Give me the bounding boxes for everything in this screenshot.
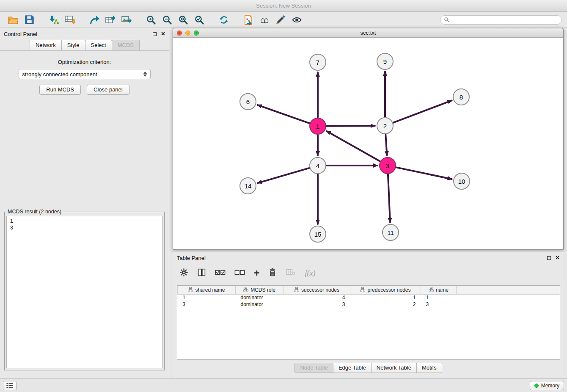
home-button[interactable]: ⌂⌂ (256, 13, 272, 27)
save-session-button[interactable] (21, 13, 37, 27)
table-row[interactable]: 3dominator323 (178, 301, 560, 308)
edge-3-to-11[interactable] (388, 174, 390, 222)
graph-node-9[interactable]: 9 (377, 53, 394, 70)
table-panel: Table Panel × (173, 252, 564, 377)
import-table-icon (64, 15, 75, 25)
criterion-select-value: strongly connected component (22, 71, 97, 77)
column-header-name[interactable]: name (421, 286, 457, 294)
eye-icon (292, 15, 302, 25)
network-canvas[interactable]: 7968124314101511 (173, 38, 563, 249)
zoom-in-button[interactable] (143, 13, 159, 27)
select-stepper-icon (143, 72, 147, 77)
task-history-button[interactable] (3, 381, 17, 390)
mcds-result-list[interactable]: 1 3 (6, 216, 162, 368)
control-panel-tabs: Network Style Select MCDS (0, 40, 169, 51)
tab-motifs[interactable]: Motifs (416, 363, 442, 373)
zoom-out-button[interactable] (159, 13, 175, 27)
delete-table-button[interactable] (286, 268, 296, 278)
criterion-select[interactable]: strongly connected component (19, 69, 151, 79)
paintbrush-icon (275, 15, 286, 25)
tab-style[interactable]: Style (61, 40, 85, 50)
edge-2-to-3[interactable] (385, 135, 387, 155)
table-row[interactable]: 1dominator411 (178, 294, 560, 301)
column-header-successor[interactable]: successor nodes (284, 286, 350, 294)
memory-status-icon (534, 384, 539, 388)
tab-select[interactable]: Select (85, 40, 112, 50)
control-panel: Control Panel × Network Style Select MCD… (0, 28, 169, 378)
graph-node-3[interactable]: 3 (379, 157, 396, 174)
function-builder-button[interactable]: f(x) (305, 269, 315, 278)
graph-node-1[interactable]: 1 (309, 118, 326, 135)
network-window-titlebar[interactable]: × − + scc.txt (173, 28, 563, 38)
tab-mcds[interactable]: MCDS (112, 40, 140, 50)
clipboard-import-button[interactable] (240, 13, 256, 27)
export-image-button[interactable] (118, 13, 135, 27)
edge-1-to-6[interactable] (258, 105, 310, 123)
import-network-button[interactable] (46, 13, 62, 27)
close-table-panel-icon[interactable]: × (556, 254, 559, 261)
graph-node-2[interactable]: 2 (377, 117, 394, 134)
table-settings-button[interactable] (179, 268, 188, 279)
cell-filler (457, 294, 560, 301)
control-panel-header: Control Panel × (0, 28, 169, 40)
cell-filler (457, 301, 560, 308)
deselect-all-rows-button[interactable] (234, 269, 245, 278)
edge-3-to-10[interactable] (396, 167, 452, 179)
column-header-mcds_role[interactable]: MCDS role (236, 286, 284, 294)
column-header-shared_name[interactable]: shared name (178, 286, 236, 294)
edge-layer (173, 38, 563, 249)
tab-edge-table[interactable]: Edge Table (333, 363, 372, 373)
graph-node-11[interactable]: 11 (382, 224, 399, 241)
tab-network-table[interactable]: Network Table (371, 363, 417, 373)
cell-shared_name: 1 (178, 294, 236, 301)
graph-node-6[interactable]: 6 (239, 93, 256, 110)
titlebar: Session: New Session (0, 0, 567, 12)
graph-node-15[interactable]: 15 (309, 226, 326, 243)
memory-button[interactable]: Memory (530, 381, 564, 390)
add-column-button[interactable]: + (254, 268, 259, 278)
mcds-result-line: 1 (10, 218, 159, 224)
graph-node-14[interactable]: 14 (239, 177, 256, 194)
refresh-button[interactable] (216, 13, 232, 27)
minimize-window-icon[interactable]: − (185, 30, 190, 36)
zoom-window-icon[interactable]: + (194, 30, 199, 36)
edge-3-to-1[interactable] (327, 131, 380, 161)
delete-column-button[interactable] (268, 268, 277, 279)
graph-node-8[interactable]: 8 (453, 88, 470, 105)
choose-columns-button[interactable] (197, 268, 206, 279)
apply-style-button[interactable] (272, 13, 289, 27)
export-table-button[interactable] (102, 13, 118, 27)
import-table-button[interactable] (62, 13, 78, 27)
graph-node-4[interactable]: 4 (309, 157, 326, 174)
import-network-icon (48, 15, 59, 25)
export-network-button[interactable] (86, 13, 102, 27)
zoom-fit-icon (178, 15, 188, 25)
search-input[interactable] (451, 17, 558, 23)
save-icon (25, 15, 34, 25)
table-header-row: shared nameMCDS rolesuccessor nodesprede… (178, 286, 560, 294)
show-hide-button[interactable] (289, 13, 305, 27)
float-panel-icon[interactable] (153, 32, 157, 36)
sort-icon (243, 287, 248, 293)
open-session-button[interactable] (5, 13, 21, 27)
tab-network[interactable]: Network (30, 40, 62, 50)
tab-node-table[interactable]: Node Table (295, 363, 333, 373)
column-header-label: predecessor nodes (367, 287, 410, 293)
control-panel-title: Control Panel (4, 31, 37, 37)
graph-node-10[interactable]: 10 (453, 173, 470, 190)
edge-4-to-14[interactable] (258, 168, 309, 183)
search-field[interactable] (440, 15, 562, 25)
column-header-predecessor[interactable]: predecessor nodes (350, 286, 421, 294)
zoom-fit-button[interactable] (175, 13, 191, 27)
edge-2-to-8[interactable] (394, 100, 452, 122)
float-table-panel-icon[interactable] (547, 256, 551, 260)
graph-node-7[interactable]: 7 (309, 54, 326, 71)
refresh-icon (219, 15, 229, 25)
close-panel-button[interactable]: Close panel (87, 85, 129, 95)
zoom-selected-button[interactable] (191, 13, 207, 27)
close-panel-icon[interactable]: × (161, 30, 165, 37)
edge-1-to-2[interactable] (327, 126, 375, 126)
close-window-icon[interactable]: × (177, 30, 182, 36)
run-mcds-button[interactable]: Run MCDS (39, 85, 81, 95)
select-all-rows-button[interactable] (215, 269, 226, 278)
